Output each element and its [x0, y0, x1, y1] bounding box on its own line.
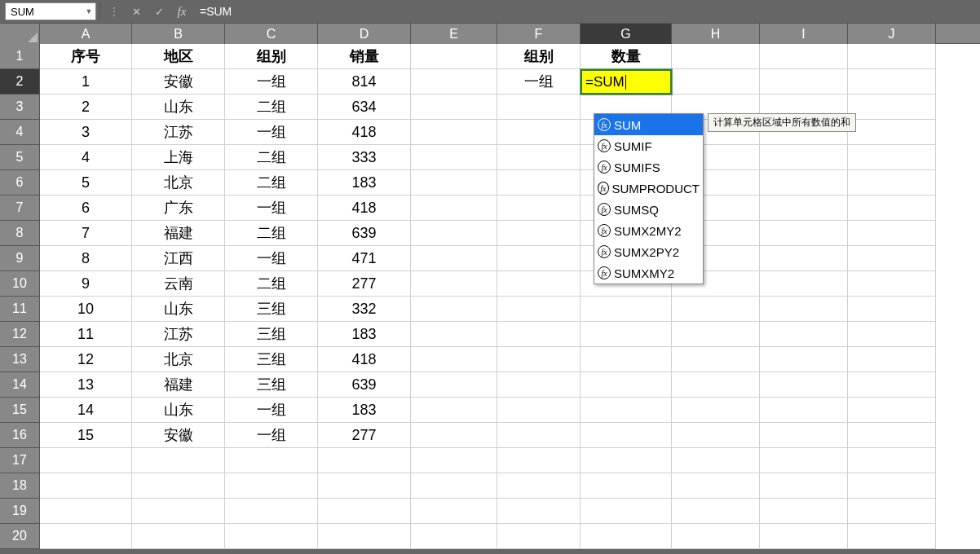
row-header[interactable]: 2 — [0, 69, 40, 95]
cell[interactable] — [318, 524, 411, 549]
cell[interactable] — [225, 524, 318, 549]
cell[interactable] — [580, 322, 672, 347]
cell[interactable]: 5 — [40, 170, 132, 196]
cell[interactable] — [411, 170, 497, 196]
cell[interactable] — [672, 69, 760, 95]
cell[interactable] — [848, 473, 936, 499]
column-header-G[interactable]: G — [580, 24, 672, 44]
cell[interactable] — [848, 145, 936, 170]
cell[interactable]: 14 — [40, 398, 132, 423]
column-header-H[interactable]: H — [672, 24, 760, 44]
cell[interactable] — [497, 322, 580, 347]
cell[interactable] — [580, 473, 672, 499]
intellisense-item[interactable]: fxSUMPRODUCT — [594, 178, 703, 199]
row-header[interactable]: 17 — [0, 448, 40, 473]
column-header-D[interactable]: D — [318, 24, 411, 44]
cell[interactable] — [40, 524, 132, 549]
cell[interactable] — [411, 322, 497, 347]
cell[interactable] — [848, 221, 936, 246]
row-header[interactable]: 19 — [0, 499, 40, 524]
cell[interactable]: 418 — [318, 196, 411, 221]
column-header-F[interactable]: F — [497, 24, 580, 44]
cell[interactable] — [411, 246, 497, 271]
cell[interactable] — [497, 423, 580, 448]
cell[interactable] — [497, 499, 580, 524]
cell[interactable] — [580, 372, 672, 398]
cell[interactable]: 江苏 — [132, 322, 225, 347]
cell[interactable] — [497, 448, 580, 473]
cell[interactable] — [760, 196, 848, 221]
cell[interactable] — [497, 196, 580, 221]
name-box[interactable]: SUM — [6, 6, 82, 18]
row-header[interactable]: 16 — [0, 423, 40, 448]
cell[interactable] — [848, 372, 936, 398]
cell[interactable] — [672, 347, 760, 372]
row-header[interactable]: 3 — [0, 95, 40, 120]
cell[interactable]: 二组 — [225, 271, 318, 297]
cell[interactable]: 二组 — [225, 145, 318, 170]
cell[interactable] — [760, 398, 848, 423]
cell[interactable] — [580, 524, 672, 549]
cell[interactable] — [580, 398, 672, 423]
cell[interactable] — [848, 69, 936, 95]
name-box-dropdown[interactable]: ▼ — [82, 3, 95, 20]
cell[interactable] — [497, 372, 580, 398]
row-header[interactable]: 4 — [0, 120, 40, 145]
cell[interactable] — [497, 170, 580, 196]
column-header-C[interactable]: C — [225, 24, 318, 44]
cell[interactable] — [411, 297, 497, 322]
cell[interactable] — [672, 322, 760, 347]
row-header[interactable]: 12 — [0, 322, 40, 347]
cell[interactable] — [672, 524, 760, 549]
cell[interactable]: 二组 — [225, 170, 318, 196]
cell[interactable] — [497, 297, 580, 322]
column-header-B[interactable]: B — [132, 24, 225, 44]
cell[interactable]: 福建 — [132, 372, 225, 398]
row-header[interactable]: 5 — [0, 145, 40, 170]
cell[interactable] — [411, 221, 497, 246]
cell[interactable] — [132, 448, 225, 473]
cell[interactable] — [760, 473, 848, 499]
cell[interactable] — [760, 271, 848, 297]
cell[interactable] — [848, 44, 936, 69]
cell[interactable]: 10 — [40, 297, 132, 322]
cell[interactable]: 组别 — [497, 44, 580, 69]
cell[interactable] — [411, 69, 497, 95]
cell[interactable]: 814 — [318, 69, 411, 95]
cell[interactable]: 6 — [40, 196, 132, 221]
cell[interactable] — [760, 221, 848, 246]
cell[interactable] — [318, 499, 411, 524]
cell[interactable] — [411, 271, 497, 297]
cell[interactable] — [672, 44, 760, 69]
cell[interactable]: 7 — [40, 221, 132, 246]
cell[interactable] — [672, 448, 760, 473]
cell[interactable]: 277 — [318, 271, 411, 297]
active-cell[interactable]: =SUM — [580, 69, 672, 95]
cell[interactable]: 277 — [318, 423, 411, 448]
cell[interactable] — [672, 423, 760, 448]
cell[interactable]: 三组 — [225, 347, 318, 372]
cell[interactable] — [760, 499, 848, 524]
cell[interactable] — [760, 372, 848, 398]
cell[interactable] — [760, 423, 848, 448]
cell[interactable]: 一组 — [225, 246, 318, 271]
intellisense-item[interactable]: fxSUMXMY2 — [594, 262, 703, 284]
cell[interactable]: 1 — [40, 69, 132, 95]
cell[interactable] — [497, 473, 580, 499]
cell[interactable] — [580, 423, 672, 448]
cell[interactable] — [497, 145, 580, 170]
cell[interactable]: 三组 — [225, 322, 318, 347]
row-header[interactable]: 10 — [0, 271, 40, 297]
cell[interactable] — [760, 44, 848, 69]
cell[interactable] — [760, 170, 848, 196]
cell[interactable] — [848, 196, 936, 221]
cell[interactable] — [760, 347, 848, 372]
cell[interactable] — [580, 297, 672, 322]
row-header[interactable]: 8 — [0, 221, 40, 246]
cell[interactable]: 471 — [318, 246, 411, 271]
cell[interactable] — [497, 347, 580, 372]
column-header-A[interactable]: A — [40, 24, 132, 44]
cell[interactable] — [580, 347, 672, 372]
intellisense-item[interactable]: fxSUMIFS — [594, 156, 703, 178]
cell[interactable]: 福建 — [132, 221, 225, 246]
